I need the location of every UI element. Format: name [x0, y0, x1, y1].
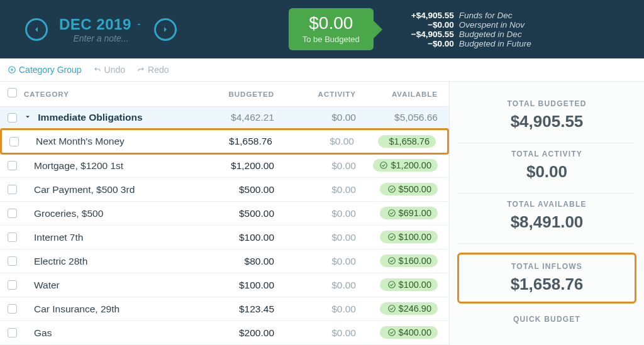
col-available[interactable]: AVAILABLE	[356, 90, 438, 98]
check-circle-icon	[387, 304, 396, 313]
available-cell[interactable]: $100.00	[356, 278, 438, 292]
category-row[interactable]: Next Month's Money $1,658.76 $0.00 $1,65…	[0, 128, 449, 155]
undo-button[interactable]: Undo	[93, 65, 125, 75]
available-cell[interactable]: $160.00	[356, 255, 438, 268]
budget-toolbar: Category Group Undo Redo	[0, 58, 644, 82]
group-budgeted: $4,462.21	[192, 112, 274, 123]
check-circle-icon	[387, 280, 396, 289]
total-activity-block: TOTAL ACTIVITY $0.00	[457, 143, 636, 194]
available-value: $160.00	[399, 256, 431, 266]
summary-amount: −$0.00	[404, 20, 454, 30]
available-cell[interactable]: $691.00	[356, 207, 438, 220]
header-summary: +$4,905.55Funds for Dec −$0.00Overspent …	[404, 11, 531, 48]
budgeted-cell[interactable]: $200.00	[192, 327, 274, 339]
category-row[interactable]: Car Insurance, 29th $123.45 $0.00 $246.9…	[0, 297, 449, 321]
total-activity-label: TOTAL ACTIVITY	[457, 150, 636, 158]
summary-label: Funds for Dec	[459, 11, 513, 20]
budgeted-cell[interactable]: $123.45	[192, 304, 274, 315]
available-value: $100.00	[399, 232, 431, 242]
month-note-input[interactable]: Enter a note...	[73, 33, 128, 43]
activity-cell: $0.00	[274, 232, 356, 243]
svg-point-6	[388, 282, 395, 288]
activity-cell: $0.00	[272, 136, 354, 147]
category-name: Car Insurance, 29th	[24, 304, 192, 315]
available-value: $246.90	[399, 304, 431, 314]
check-circle-icon	[387, 328, 396, 337]
budget-grid: CATEGORY BUDGETED ACTIVITY AVAILABLE Imm…	[0, 82, 449, 345]
budgeted-cell[interactable]: $1,658.76	[191, 136, 272, 147]
available-cell[interactable]: $1,658.76	[354, 135, 436, 148]
category-row[interactable]: Mortgage, $1200 1st $1,200.00 $0.00 $1,2…	[0, 154, 449, 178]
category-name: Water	[24, 280, 192, 291]
budgeted-cell[interactable]: $100.00	[192, 232, 274, 243]
month-selector[interactable]: DEC 2019 Enter a note...	[59, 16, 143, 43]
row-checkbox[interactable]	[8, 161, 17, 170]
total-available-label: TOTAL AVAILABLE	[457, 200, 636, 209]
summary-amount: −$0.00	[404, 39, 454, 48]
next-month-button[interactable]	[154, 18, 177, 41]
group-checkbox[interactable]	[8, 113, 17, 123]
row-checkbox[interactable]	[8, 233, 17, 242]
chevron-left-icon	[31, 25, 42, 35]
row-checkbox[interactable]	[8, 328, 17, 337]
to-be-budgeted: $0.00 To be Budgeted	[289, 8, 374, 50]
available-cell[interactable]: $1,200.00	[356, 159, 438, 172]
available-cell[interactable]: $246.90	[356, 302, 438, 315]
category-name: Gas	[24, 327, 192, 339]
svg-point-8	[388, 329, 395, 336]
budgeted-cell[interactable]: $80.00	[192, 256, 274, 267]
total-budgeted-block: TOTAL BUDGETED $4,905.55	[457, 93, 636, 143]
total-inflows-block: TOTAL INFLOWS $1,658.76	[457, 253, 636, 304]
tbb-label: To be Budgeted	[303, 35, 360, 44]
total-inflows-value: $1,658.76	[459, 275, 635, 294]
svg-point-4	[388, 234, 395, 241]
col-activity[interactable]: ACTIVITY	[274, 90, 356, 98]
summary-amount: +$4,905.55	[404, 11, 454, 20]
category-name: Internet 7th	[24, 232, 192, 243]
category-row[interactable]: Gas $200.00 $0.00 $400.00	[0, 321, 449, 345]
budget-header: DEC 2019 Enter a note... $0.00 To be Bud…	[0, 0, 644, 58]
plus-circle-icon	[8, 65, 16, 74]
activity-cell: $0.00	[274, 184, 356, 195]
category-row[interactable]: Groceries, $500 $500.00 $0.00 $691.00	[0, 202, 449, 226]
check-circle-icon	[379, 161, 388, 170]
category-row[interactable]: Car Payment, $500 3rd $500.00 $0.00 $500…	[0, 178, 449, 202]
budgeted-cell[interactable]: $1,200.00	[192, 160, 274, 172]
collapse-toggle[interactable]	[24, 113, 31, 121]
col-category[interactable]: CATEGORY	[24, 90, 192, 98]
available-value: $1,200.00	[391, 160, 431, 170]
row-checkbox[interactable]	[8, 304, 17, 314]
budgeted-cell[interactable]: $500.00	[192, 184, 274, 195]
category-row[interactable]: Water $100.00 $0.00 $100.00	[0, 273, 449, 297]
category-name: Electric 28th	[24, 256, 192, 267]
budgeted-cell[interactable]: $100.00	[192, 280, 274, 291]
available-cell[interactable]: $500.00	[356, 183, 438, 196]
activity-cell: $0.00	[274, 160, 356, 172]
row-checkbox[interactable]	[8, 185, 17, 194]
svg-point-5	[388, 258, 395, 265]
budgeted-cell[interactable]: $500.00	[192, 208, 274, 219]
row-checkbox[interactable]	[9, 137, 19, 146]
category-row[interactable]: Electric 28th $80.00 $0.00 $160.00	[0, 249, 449, 273]
row-checkbox[interactable]	[8, 256, 17, 266]
category-row[interactable]: Internet 7th $100.00 $0.00 $100.00	[0, 226, 449, 249]
row-checkbox[interactable]	[8, 209, 17, 218]
redo-button[interactable]: Redo	[136, 65, 169, 75]
category-group-row[interactable]: Immediate Obligations $4,462.21 $0.00 $5…	[0, 107, 449, 129]
prev-month-button[interactable]	[25, 18, 48, 41]
available-cell[interactable]: $100.00	[356, 231, 438, 244]
available-value: $1,658.76	[389, 136, 430, 146]
redo-icon	[136, 65, 145, 74]
add-category-group-button[interactable]: Category Group	[8, 65, 82, 75]
undo-label: Undo	[104, 65, 125, 75]
select-all-checkbox[interactable]	[8, 88, 17, 97]
grid-header: CATEGORY BUDGETED ACTIVITY AVAILABLE	[0, 82, 449, 107]
col-budgeted[interactable]: BUDGETED	[192, 90, 274, 98]
available-cell[interactable]: $400.00	[356, 326, 438, 339]
summary-label: Budgeted in Dec	[459, 30, 522, 39]
group-activity: $0.00	[274, 112, 356, 123]
activity-cell: $0.00	[274, 280, 356, 291]
row-checkbox[interactable]	[8, 280, 17, 290]
inspector-panel: TOTAL BUDGETED $4,905.55 TOTAL ACTIVITY …	[449, 82, 644, 345]
add-category-group-label: Category Group	[19, 65, 82, 75]
